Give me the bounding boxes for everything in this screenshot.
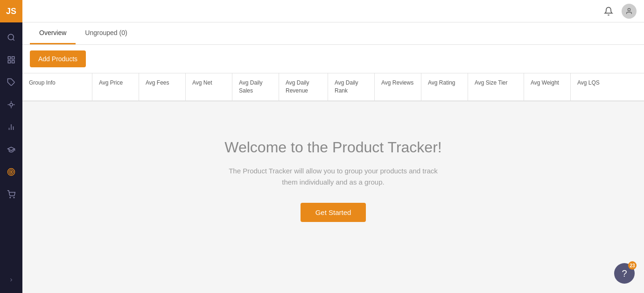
add-products-button[interactable]: Add Products — [30, 50, 86, 67]
toolbar: Add Products — [22, 45, 644, 73]
topbar — [22, 0, 644, 22]
sidebar-logo: JS — [0, 0, 22, 22]
help-button[interactable]: 23 ? — [614, 263, 635, 284]
tabs-bar: Overview Ungrouped (0) — [22, 22, 644, 45]
sidebar-nav — [0, 22, 22, 271]
page-body: Overview Ungrouped (0) Add Products Grou… — [22, 22, 644, 293]
sidebar-item-tag[interactable] — [0, 71, 22, 93]
th-avg-fees: Avg Fees — [139, 73, 186, 100]
get-started-button[interactable]: Get Started — [301, 203, 366, 222]
th-avg-rating: Avg Rating — [421, 73, 468, 100]
notification-bell-icon[interactable] — [601, 4, 616, 19]
help-badge: 23 — [628, 261, 637, 270]
welcome-description: The Product Tracker will allow you to gr… — [221, 165, 445, 188]
th-group-info: Group Info — [22, 73, 92, 100]
svg-point-13 — [11, 172, 12, 173]
svg-rect-2 — [8, 57, 10, 59]
sidebar-collapse-button[interactable] — [0, 271, 22, 289]
svg-rect-4 — [8, 61, 10, 63]
th-avg-net: Avg Net — [186, 73, 232, 100]
welcome-title: Welcome to the Product Tracker! — [224, 139, 441, 156]
welcome-section: Welcome to the Product Tracker! The Prod… — [22, 101, 644, 259]
th-avg-daily-sales: Avg Daily Sales — [232, 73, 279, 100]
sidebar-item-target[interactable] — [0, 161, 22, 183]
svg-rect-5 — [12, 61, 14, 63]
th-avg-size-tier: Avg Size Tier — [468, 73, 524, 100]
main-content: Overview Ungrouped (0) Add Products Grou… — [22, 0, 644, 293]
svg-line-1 — [13, 39, 14, 40]
sidebar-item-megaphone[interactable] — [0, 93, 22, 116]
th-avg-price: Avg Price — [92, 73, 139, 100]
th-avg-lqs: Avg LQS — [571, 73, 644, 100]
user-avatar[interactable] — [622, 4, 637, 19]
topbar-actions — [601, 4, 637, 19]
svg-point-15 — [14, 197, 14, 198]
th-avg-weight: Avg Weight — [524, 73, 571, 100]
tab-ungrouped[interactable]: Ungrouped (0) — [76, 22, 136, 44]
table-header: Group Info Avg Price Avg Fees Avg Net Av… — [22, 73, 644, 101]
svg-point-14 — [10, 197, 11, 198]
th-avg-daily-revenue: Avg Daily Revenue — [279, 73, 328, 100]
tab-overview[interactable]: Overview — [30, 22, 76, 44]
svg-rect-3 — [12, 57, 14, 59]
sidebar-item-search[interactable] — [0, 26, 22, 49]
svg-point-0 — [8, 34, 14, 40]
th-avg-daily-rank: Avg Daily Rank — [328, 73, 375, 100]
sidebar-item-dashboard[interactable] — [0, 49, 22, 71]
svg-point-16 — [628, 8, 630, 11]
sidebar-item-cart[interactable] — [0, 183, 22, 206]
help-icon: ? — [622, 268, 627, 279]
sidebar: JS — [0, 0, 22, 293]
sidebar-item-graduation[interactable] — [0, 138, 22, 161]
th-avg-reviews: Avg Reviews — [375, 73, 421, 100]
svg-point-12 — [9, 170, 14, 174]
sidebar-item-chart[interactable] — [0, 116, 22, 138]
svg-point-7 — [10, 103, 13, 106]
